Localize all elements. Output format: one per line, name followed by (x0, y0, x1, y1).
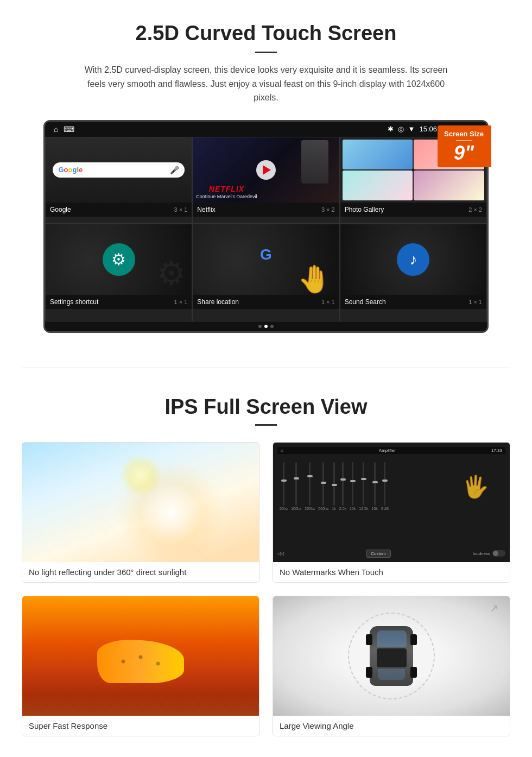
screen-size-badge: Screen Size 9" (438, 125, 491, 167)
photo-thumb-3 (343, 171, 413, 200)
google-app-size: 3 × 1 (174, 206, 188, 213)
badge-size: 9" (444, 143, 484, 163)
home-icon[interactable]: ⌂ (54, 125, 58, 134)
device-frame: ⌂ ⌨ ✱ ◎ ▼ 15:06 ⊡ ◁ ⊠ ▭ (43, 120, 489, 333)
location-icon: ◎ (398, 125, 404, 133)
photo-thumb-1 (343, 140, 413, 169)
app-cell-location[interactable]: G 🤚 Share location 1 × 1 (192, 224, 339, 321)
google-search-bar[interactable]: Google 🎤 (53, 162, 184, 178)
eq-track-8[interactable] (363, 462, 364, 506)
app-cell-google[interactable]: Google 🎤 Google 3 × 1 (45, 137, 192, 224)
sunlight-image (22, 443, 259, 562)
car-windshield (377, 630, 407, 647)
dot-1[interactable] (258, 325, 262, 328)
bluetooth-icon: ✱ (388, 125, 394, 133)
dot-3[interactable] (270, 325, 274, 328)
custom-button[interactable]: Custom (366, 550, 391, 558)
maps-icon: G (252, 246, 280, 273)
cheetah-shape (97, 640, 184, 683)
section2-title: IPS Full Screen View (22, 395, 510, 419)
google-cell-label: Google 3 × 1 (46, 203, 192, 217)
eq-bars: 60hz 100hz 200hz 500hz (277, 456, 505, 510)
maps-g-letter: G (260, 246, 272, 263)
photos-app-name: Photo Gallery (345, 206, 384, 213)
car-wheel-front-left (366, 634, 372, 645)
app-cell-settings[interactable]: ⚙ ⚙ Settings shortcut 1 × 1 (45, 224, 192, 321)
app-cell-netflix[interactable]: NETFLIX Continue Marvel's Daredevil Netf… (192, 137, 339, 224)
settings-cell-label: Settings shortcut 1 × 1 (46, 295, 192, 309)
eq-track-3[interactable] (309, 462, 311, 506)
eq-track-6[interactable] (342, 462, 344, 506)
eq-bar-1k: 1k (332, 462, 335, 510)
sound-app-name: Sound Search (345, 298, 386, 306)
amp-hand-icon: 🖐 (462, 474, 489, 500)
cheetah-image (22, 596, 259, 716)
car-wheel-rear-right (410, 667, 417, 678)
mic-icon[interactable]: 🎤 (170, 166, 179, 174)
section1-description: With 2.5D curved-display screen, this de… (81, 63, 451, 105)
sun-rays (119, 453, 162, 497)
amp-bottom-controls: ◁◁ Custom loudness (277, 550, 505, 558)
netflix-cell-bg: NETFLIX Continue Marvel's Daredevil (193, 137, 339, 203)
eq-track-10[interactable] (384, 462, 385, 506)
amp-home-icon: ⌂ (281, 448, 283, 453)
device-wrapper: Screen Size 9" ⌂ ⌨ ✱ ◎ ▼ 15:06 ⊡ ◁ ⊠ (43, 120, 489, 333)
section-divider (22, 368, 510, 368)
eq-bar-2_5k: 2.5k (339, 462, 346, 510)
status-bar: ⌂ ⌨ ✱ ◎ ▼ 15:06 ⊡ ◁ ⊠ ▭ (45, 122, 487, 137)
usb-icon: ⌨ (64, 125, 74, 134)
loudness-toggle-pill[interactable] (492, 550, 505, 557)
settings-bg-gears: ⚙ (157, 254, 186, 292)
sound-app-size: 1 × 1 (468, 299, 482, 305)
dust-cloud (22, 694, 259, 716)
eq-track-1[interactable] (283, 462, 284, 506)
ips-card-amplifier: ⌂ Amplifier 17:33 60hz 100hz 200 (273, 442, 510, 583)
loudness-label: loudness (473, 551, 490, 556)
play-button[interactable] (256, 160, 276, 180)
amp-statusbar: ⌂ Amplifier 17:33 (277, 447, 505, 454)
car-arrow-icon: ↗ (490, 602, 499, 615)
eq-bar-500hz: 500hz (318, 462, 328, 510)
google-logo: Google (58, 166, 83, 174)
cheetah-spots (97, 640, 184, 683)
sunlight-caption: No light reflecting under 360° direct su… (22, 562, 259, 582)
car-wheel-rear-left (366, 667, 372, 678)
netflix-overlay: NETFLIX Continue Marvel's Daredevil (196, 185, 257, 199)
hand-pointing-icon: 🤚 (297, 263, 331, 295)
car-wheel-front-right (410, 634, 417, 645)
amplifier-image: ⌂ Amplifier 17:33 60hz 100hz 200 (273, 443, 510, 562)
photos-app-size: 2 × 2 (468, 206, 482, 213)
dots-indicator (45, 321, 487, 331)
wifi-icon: ▼ (408, 125, 415, 133)
amp-time: 17:33 (491, 448, 502, 453)
play-triangle-icon (263, 165, 271, 175)
section-curved-touch: 2.5D Curved Touch Screen With 2.5D curve… (0, 0, 532, 351)
location-app-size: 1 × 1 (321, 299, 335, 305)
eq-track-9[interactable] (374, 462, 376, 506)
car-rear-window (378, 669, 405, 680)
location-app-name: Share location (197, 298, 239, 306)
section-ips: IPS Full Screen View No light reflecting… (0, 384, 532, 757)
car-caption: Large Viewing Angle (273, 716, 510, 736)
car-circle (348, 613, 435, 699)
netflix-app-name: Netflix (197, 206, 215, 213)
settings-icon: ⚙ (103, 243, 135, 276)
share-cell-bg: G 🤚 (193, 224, 339, 295)
eq-track-5[interactable] (333, 462, 335, 506)
netflix-app-size: 3 × 2 (321, 206, 335, 213)
eq-bar-60hz: 60hz (280, 462, 288, 510)
app-cell-sound[interactable]: ♪ Sound Search 1 × 1 (340, 224, 487, 321)
eq-bar-15k: 15k (371, 462, 377, 510)
loudness-toggle: loudness (473, 550, 505, 557)
eq-track-4[interactable] (322, 462, 324, 506)
google-cell-bg: Google 🎤 (46, 137, 192, 203)
badge-divider (456, 140, 472, 141)
eq-track-2[interactable] (295, 462, 297, 506)
dot-2[interactable] (264, 325, 268, 328)
eq-bar-sub: SUB (381, 462, 389, 510)
eq-track-7[interactable] (352, 462, 353, 506)
badge-title: Screen Size (444, 130, 484, 138)
car-image: ↗ (273, 596, 510, 716)
settings-cell-bg: ⚙ ⚙ (46, 224, 192, 295)
sound-icon: ♪ (397, 243, 429, 276)
